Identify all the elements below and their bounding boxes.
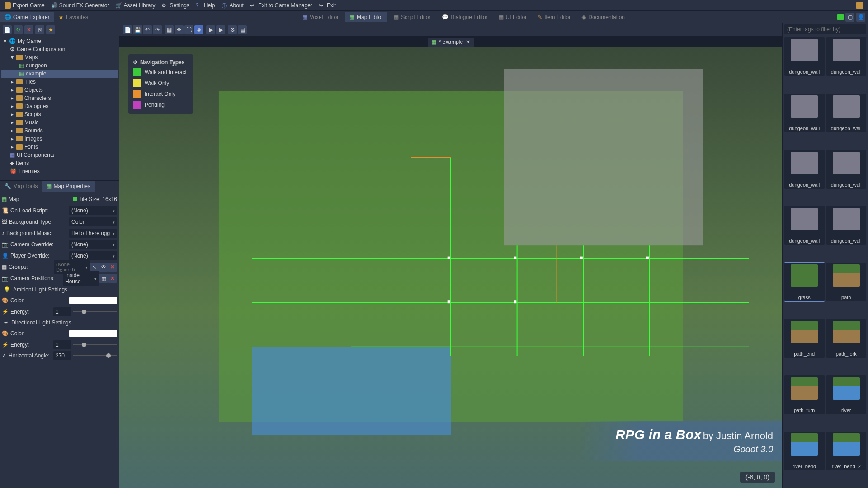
tab-map-editor[interactable]: ▦Map Editor (345, 12, 387, 22)
menu-export-game[interactable]: Export Game (2, 1, 47, 9)
svg-rect-15 (646, 257, 649, 259)
tab-map-properties[interactable]: ▦Map Properties (42, 181, 94, 192)
tab-voxel-editor[interactable]: ▦Voxel Editor (298, 12, 343, 22)
ambient-energy-input[interactable] (53, 307, 71, 316)
asset-path[interactable]: path (826, 263, 867, 301)
dir-energy-input[interactable] (53, 340, 71, 349)
tree-dialogues[interactable]: ▸Dialogues (1, 102, 118, 110)
svg-rect-17 (514, 300, 516, 303)
menu-sound-fx[interactable]: 🔊Sound FX Generator (48, 1, 112, 9)
menu-help[interactable]: ?Help (193, 1, 218, 9)
tree-fonts[interactable]: ▸Fonts (1, 143, 118, 151)
asset-dungeon-wall[interactable]: dungeon_wall (826, 37, 867, 76)
tree-images[interactable]: ▸Images (1, 135, 118, 143)
tree-music[interactable]: ▸Music (1, 118, 118, 127)
map-viewport[interactable]: ✥Navigation Types Walk and Interact Walk… (119, 47, 782, 488)
tab-dialogue-editor[interactable]: 💬Dialogue Editor (437, 12, 492, 22)
ambient-energy-slider[interactable] (73, 311, 117, 312)
asset-dungeon-wall[interactable]: dungeon_wall (826, 206, 867, 245)
toolbar-play[interactable]: ▶ (206, 25, 215, 34)
toolbar-playhere[interactable]: ▶ (216, 25, 225, 34)
tab-game-explorer[interactable]: 🌐Game Explorer (0, 12, 54, 22)
tab-item-editor[interactable]: ✎Item Editor (533, 12, 575, 22)
tree-root[interactable]: ▾🌐My Game (1, 37, 118, 45)
camera-pos-add-button[interactable]: ▦ (99, 274, 108, 283)
svg-rect-13 (514, 257, 516, 259)
camera-override-dropdown[interactable]: (None) (69, 240, 117, 249)
tab-favorites[interactable]: ★Favorites (54, 12, 93, 22)
favorite-button[interactable]: ★ (46, 25, 55, 34)
background-music-dropdown[interactable]: Hello There.ogg (69, 229, 117, 238)
dir-energy-slider[interactable] (73, 344, 117, 345)
delete-button[interactable]: ✕ (24, 25, 33, 34)
groups-pick-button[interactable]: ↖ (90, 263, 99, 272)
tab-map-tools[interactable]: 🔧Map Tools (0, 181, 42, 192)
tree-map-dungeon[interactable]: ▦dungeon (1, 61, 118, 70)
file-tab-example[interactable]: ▦ * example ✕ (428, 38, 474, 47)
toolbar-undo[interactable]: ↶ (143, 25, 152, 34)
tree-ui-components[interactable]: ▦UI Components (1, 151, 118, 159)
asset-filter-input[interactable] (784, 24, 866, 34)
toolbar-save[interactable]: 💾 (133, 25, 142, 34)
asset-dungeon-wall[interactable]: dungeon_wall (784, 37, 825, 76)
tab-ui-editor[interactable]: ▦UI Editor (494, 12, 532, 22)
on-load-script-dropdown[interactable]: (None) (69, 206, 117, 215)
user-icon[interactable] (856, 2, 863, 9)
toolbar-new[interactable]: 📄 (123, 25, 132, 34)
asset-dungeon-wall[interactable]: dungeon_wall (826, 94, 867, 132)
tree-tiles[interactable]: ▸Tiles (1, 78, 118, 86)
asset-path-fork[interactable]: path_fork (826, 319, 867, 358)
tree-sounds[interactable]: ▸Sounds (1, 127, 118, 135)
asset-grass[interactable]: grass (784, 263, 825, 301)
tree-map-example[interactable]: ▦example (1, 70, 118, 78)
horizontal-angle-slider[interactable] (73, 355, 117, 356)
tree-scripts[interactable]: ▸Scripts (1, 110, 118, 118)
tree-characters[interactable]: ▸Characters (1, 94, 118, 102)
asset-river-bend[interactable]: river_bend (784, 432, 825, 470)
asset-dungeon-wall[interactable]: dungeon_wall (784, 206, 825, 245)
groups-delete-button[interactable]: ✕ (108, 263, 117, 272)
right-tab-1[interactable] (837, 14, 844, 20)
right-tab-3[interactable]: 👤 (856, 13, 865, 22)
toolbar-settings[interactable]: ⚙ (228, 25, 237, 34)
background-type-dropdown[interactable]: Color (69, 217, 117, 226)
menu-exit[interactable]: ↪Exit (316, 1, 339, 9)
svg-rect-16 (448, 300, 450, 303)
asset-dungeon-wall[interactable]: dungeon_wall (784, 94, 825, 132)
dir-color-swatch[interactable] (69, 330, 117, 337)
asset-path-end[interactable]: path_end (784, 319, 825, 358)
close-tab-icon[interactable]: ✕ (466, 39, 470, 45)
menu-exit-game-manager[interactable]: ↩Exit to Game Manager (247, 1, 315, 9)
tree-enemies[interactable]: 👹Enemies (1, 167, 118, 175)
tab-script-editor[interactable]: ▦Script Editor (389, 12, 435, 22)
toolbar-expand[interactable]: ⛶ (184, 25, 193, 34)
toolbar-nav[interactable]: ◈ (194, 25, 203, 34)
horizontal-angle-input[interactable] (53, 351, 71, 360)
camera-pos-delete-button[interactable]: ✕ (108, 274, 117, 283)
new-button[interactable]: 📄 (3, 25, 12, 34)
toolbar-layers[interactable]: ▤ (238, 25, 247, 34)
asset-river-bend-2[interactable]: river_bend_2 (826, 432, 867, 470)
tab-documentation[interactable]: ◉Documentation (577, 12, 629, 22)
camera-positions-dropdown[interactable]: Inside House (63, 271, 99, 286)
right-tab-2[interactable]: ▢ (845, 13, 854, 22)
menu-asset-library[interactable]: 🛒Asset Library (113, 1, 158, 9)
tree-items[interactable]: ◆Items (1, 159, 118, 167)
player-override-dropdown[interactable]: (None) (69, 251, 117, 260)
asset-dungeon-wall[interactable]: dungeon_wall (826, 150, 867, 189)
toolbar-snap[interactable]: ✥ (175, 25, 184, 34)
asset-path-turn[interactable]: path_turn (784, 375, 825, 414)
menu-about[interactable]: ⓘAbout (219, 1, 246, 9)
tree-objects[interactable]: ▸Objects (1, 86, 118, 94)
toolbar-redo[interactable]: ↷ (153, 25, 162, 34)
tree-maps[interactable]: ▾Maps (1, 53, 118, 61)
refresh-button[interactable]: ↻ (14, 25, 23, 34)
groups-view-button[interactable]: 👁 (99, 263, 108, 272)
toolbar-grid[interactable]: ▦ (165, 25, 174, 34)
ambient-color-swatch[interactable] (69, 297, 117, 304)
tree-game-config[interactable]: ⚙Game Configuration (1, 45, 118, 53)
asset-dungeon-wall[interactable]: dungeon_wall (784, 150, 825, 189)
menu-settings[interactable]: ⚙Settings (159, 1, 192, 9)
copy-button[interactable]: ⎘ (35, 25, 44, 34)
asset-river[interactable]: river (826, 375, 867, 414)
